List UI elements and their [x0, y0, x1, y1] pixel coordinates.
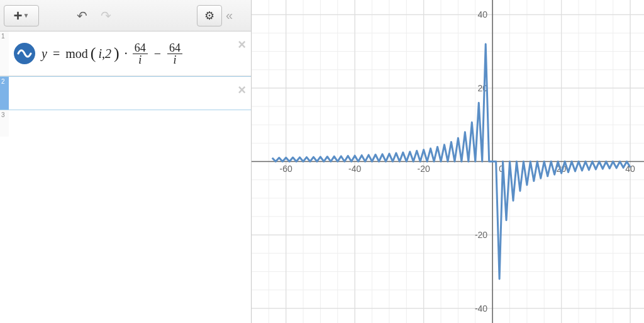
delete-row-button[interactable]: ×: [238, 82, 246, 98]
svg-text:-60: -60: [280, 164, 292, 174]
svg-text:40: 40: [625, 164, 635, 174]
plus-icon: +: [14, 7, 21, 25]
svg-text:-40: -40: [475, 303, 487, 314]
collapse-panel-button[interactable]: «: [226, 8, 247, 23]
row-index: 2: [0, 77, 9, 110]
expression-input[interactable]: [9, 110, 251, 137]
undo-icon: ↶: [77, 9, 87, 23]
svg-text:-20: -20: [418, 164, 430, 174]
toolbar: + ▼ ↶ ↷ ⚙ «: [0, 0, 251, 31]
gear-icon: ⚙: [204, 9, 214, 23]
svg-text:-20: -20: [475, 230, 487, 240]
expression-content[interactable]: y = mod(i,2) · 64i − 64i: [42, 42, 182, 65]
caret-down-icon: ▼: [23, 12, 30, 19]
settings-button[interactable]: ⚙: [197, 5, 222, 26]
row-index: 1: [0, 31, 9, 76]
row-index: 3: [0, 110, 9, 137]
expression-row[interactable]: 1 y = mod(i,2) · 64i − 64i ×: [0, 31, 251, 76]
expression-input[interactable]: [9, 77, 251, 110]
add-expression-button[interactable]: + ▼: [4, 5, 39, 26]
graph-area[interactable]: -60-40-2020400-40-202040: [252, 0, 644, 323]
expression-panel: + ▼ ↶ ↷ ⚙ « 1 y = mod(i,2) · 64i: [0, 0, 252, 323]
undo-button[interactable]: ↶: [77, 8, 97, 23]
graph-canvas[interactable]: -60-40-2020400-40-202040: [252, 0, 644, 323]
expression-list: 1 y = mod(i,2) · 64i − 64i × 2 ×: [0, 31, 251, 323]
svg-text:40: 40: [478, 9, 488, 20]
svg-text:-40: -40: [348, 164, 361, 174]
expression-color-toggle[interactable]: [14, 43, 35, 64]
redo-icon: ↷: [101, 9, 111, 23]
wave-icon: [17, 46, 32, 61]
expression-row[interactable]: 3: [0, 110, 251, 137]
expression-row[interactable]: 2 ×: [0, 76, 251, 110]
delete-row-button[interactable]: ×: [238, 37, 246, 53]
chevron-left-icon: «: [226, 8, 233, 22]
redo-button[interactable]: ↷: [101, 8, 121, 23]
